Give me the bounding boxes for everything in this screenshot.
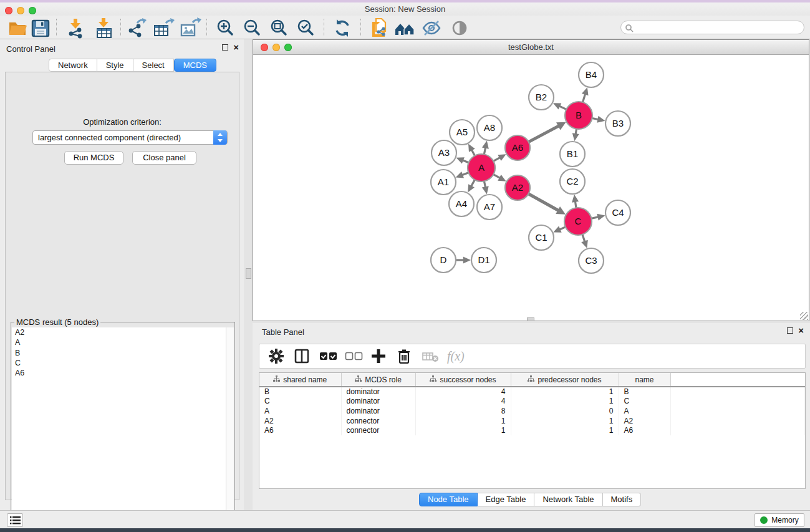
edge-A2-C[interactable] xyxy=(528,194,559,211)
dropdown-selected-value: largest connected component (directed) xyxy=(38,133,181,142)
horizontal-splitter-grip[interactable] xyxy=(527,317,534,321)
mcds-result-item[interactable]: A2 xyxy=(12,327,226,337)
vertical-splitter-grip[interactable] xyxy=(246,268,251,279)
graph-node-label: B4 xyxy=(586,69,597,80)
import-network-icon[interactable] xyxy=(65,17,87,39)
delete-table-icon[interactable] xyxy=(422,348,438,364)
import-table-icon[interactable] xyxy=(93,17,115,39)
column-header-MCDS-role[interactable]: MCDS role xyxy=(341,373,415,387)
edge-B-B4[interactable] xyxy=(582,94,585,102)
graph-node-label: A8 xyxy=(484,122,495,133)
mcds-list-scrollbar[interactable] xyxy=(226,327,234,531)
save-session-icon[interactable] xyxy=(29,17,52,39)
graph-node-label: A xyxy=(478,162,485,173)
graph-node-label: A2 xyxy=(512,182,523,193)
column-header-successor-nodes[interactable]: successor nodes xyxy=(415,373,511,387)
deselect-all-checkboxes-icon[interactable] xyxy=(345,348,361,364)
task-history-list-icon[interactable] xyxy=(7,513,23,527)
home-icon[interactable] xyxy=(393,17,416,39)
search-icon xyxy=(625,24,634,32)
toolbar-separator xyxy=(360,19,361,36)
tab-select[interactable]: Select xyxy=(133,59,174,72)
table-row[interactable]: A6connector11A6 xyxy=(259,425,805,435)
hierarchy-icon xyxy=(430,375,436,384)
close-panel-button[interactable]: Close panel xyxy=(132,151,196,165)
float-panel-icon[interactable] xyxy=(222,44,228,51)
zoom-in-icon[interactable] xyxy=(215,17,237,39)
zoom-out-icon[interactable] xyxy=(241,17,264,39)
graph-node-label: C4 xyxy=(612,207,624,218)
search-box xyxy=(620,21,804,34)
edge-arrowhead xyxy=(482,186,489,194)
window-resize-grip[interactable] xyxy=(800,312,808,320)
column-header-filler xyxy=(670,373,805,387)
memory-status-dot-icon xyxy=(760,516,768,524)
toolbar-separator xyxy=(324,19,324,36)
mcds-result-groupbox: MCDS result (5 nodes) A2ABCA6 xyxy=(11,322,235,532)
export-network-icon[interactable] xyxy=(126,17,148,39)
network-canvas[interactable]: B4B2BB3B1A5A8A3A6AA1A4A7A2C2CC4C1C3DD1 xyxy=(253,55,809,321)
edge-A6-B[interactable] xyxy=(529,125,559,142)
tab-motifs[interactable]: Motifs xyxy=(603,493,642,506)
tab-node-table[interactable]: Node Table xyxy=(419,493,478,506)
status-bar: Memory xyxy=(0,510,810,528)
tab-network-table[interactable]: Network Table xyxy=(534,493,602,506)
edge-arrowhead xyxy=(597,214,605,221)
graph-node-label: B2 xyxy=(536,92,547,102)
network-view-window: testGlobe.txt B4B2BB3B1A5A8A3A6AA1A4A7A2… xyxy=(253,39,809,321)
mcds-result-item[interactable]: B xyxy=(12,348,226,358)
export-image-icon[interactable] xyxy=(179,17,201,39)
optimization-criterion-label: Optimization criterion: xyxy=(6,117,239,127)
column-header-shared-name[interactable]: shared name xyxy=(259,373,341,387)
table-row[interactable]: Cdominator41C xyxy=(259,397,805,407)
table-tabs: Node TableEdge TableNetwork TableMotifs xyxy=(419,493,641,506)
show-graphics-details-icon[interactable] xyxy=(448,17,471,39)
close-panel-icon[interactable]: × xyxy=(233,44,239,51)
delete-columns-trash-icon[interactable] xyxy=(396,348,412,364)
table-row[interactable]: Bdominator41B xyxy=(259,387,805,397)
graph-node-label: A5 xyxy=(456,127,468,137)
column-header-name[interactable]: name xyxy=(619,373,670,387)
hide-graphics-details-icon[interactable] xyxy=(420,17,443,39)
dropdown-stepper-icon xyxy=(213,130,227,145)
run-mcds-button[interactable]: Run MCDS xyxy=(64,151,123,165)
table-row[interactable]: Adominator80A xyxy=(259,406,805,416)
refresh-icon[interactable] xyxy=(331,17,354,39)
edge-arrowhead xyxy=(581,240,588,248)
function-builder-icon[interactable]: f(x) xyxy=(447,349,465,364)
table-panel: Table Panel × f(x) xyxy=(253,323,810,510)
toolbar-separator xyxy=(56,19,57,36)
select-all-checkboxes-icon[interactable] xyxy=(319,348,335,364)
search-input[interactable] xyxy=(636,22,798,33)
show-columns-icon[interactable] xyxy=(294,348,310,364)
open-session-icon[interactable] xyxy=(7,17,29,39)
float-table-panel-icon[interactable] xyxy=(787,327,793,334)
edge-arrowhead xyxy=(572,195,579,203)
column-header-predecessor-nodes[interactable]: predecessor nodes xyxy=(511,373,619,387)
zoom-fit-icon[interactable] xyxy=(268,17,291,39)
tab-edge-table[interactable]: Edge Table xyxy=(478,493,535,506)
table-panel-title: Table Panel xyxy=(262,327,304,337)
close-table-panel-icon[interactable]: × xyxy=(798,327,804,334)
mcds-result-item[interactable]: C xyxy=(12,358,226,368)
zoom-selected-icon[interactable] xyxy=(295,17,317,39)
tab-style[interactable]: Style xyxy=(97,59,133,72)
add-column-icon[interactable] xyxy=(370,348,387,364)
graph-node-label: D xyxy=(440,254,447,265)
tab-network[interactable]: Network xyxy=(49,59,97,72)
export-table-icon[interactable] xyxy=(152,17,175,39)
mcds-result-item[interactable]: A6 xyxy=(12,368,226,378)
table-settings-gear-icon[interactable] xyxy=(268,348,284,364)
mcds-result-list: A2ABCA6 xyxy=(12,327,226,531)
edge-arrowhead xyxy=(463,256,471,263)
tab-mcds[interactable]: MCDS xyxy=(174,59,216,72)
control-panel-tabs: NetworkStyleSelectMCDS xyxy=(49,59,216,72)
optimization-criterion-dropdown[interactable]: largest connected component (directed) xyxy=(32,130,228,145)
memory-button[interactable]: Memory xyxy=(755,513,804,527)
open-session-file-icon[interactable] xyxy=(368,17,390,39)
mcds-result-item[interactable]: A xyxy=(12,337,226,347)
hierarchy-icon xyxy=(273,375,280,384)
edge-B-B2[interactable] xyxy=(559,106,566,110)
edge-arrowhead xyxy=(597,116,605,123)
table-row[interactable]: A2connector11A2 xyxy=(259,416,805,426)
